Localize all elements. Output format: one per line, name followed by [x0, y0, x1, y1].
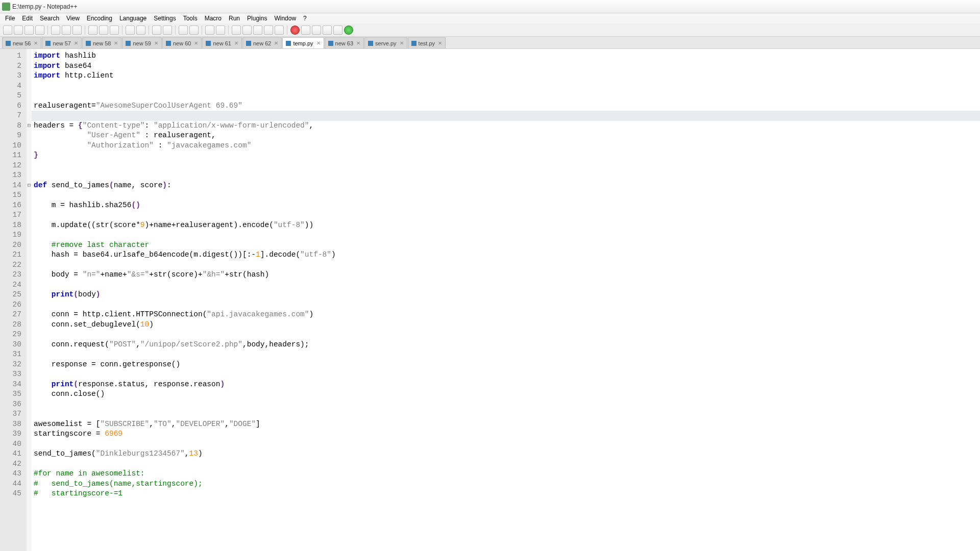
- print-button[interactable]: [72, 26, 82, 35]
- title-bar[interactable]: E:\temp.py - Notepad++: [0, 0, 980, 13]
- menu-macro[interactable]: Macro: [202, 14, 225, 23]
- tab[interactable]: new 57✕: [42, 37, 81, 48]
- file-icon: [368, 41, 373, 46]
- wrap-button[interactable]: [232, 26, 241, 35]
- tab-close-icon[interactable]: ✕: [400, 40, 404, 46]
- menu-view[interactable]: View: [63, 14, 83, 23]
- redo-button[interactable]: [136, 26, 145, 35]
- menu-tools[interactable]: Tools: [180, 14, 201, 23]
- indent-button[interactable]: [253, 26, 262, 35]
- tab-close-icon[interactable]: ✕: [154, 40, 158, 46]
- open-file-button[interactable]: [14, 26, 23, 35]
- file-icon: [126, 41, 131, 46]
- close-button[interactable]: [51, 26, 60, 35]
- fold-margin[interactable]: ⊟⊟: [27, 49, 32, 551]
- replace-button[interactable]: [163, 26, 172, 35]
- tab[interactable]: new 63✕: [325, 37, 364, 48]
- file-icon: [286, 41, 291, 46]
- close-all-button[interactable]: [62, 26, 71, 35]
- lang-button[interactable]: [264, 26, 273, 35]
- tab-label: new 57: [53, 40, 70, 46]
- tab[interactable]: new 58✕: [82, 37, 121, 48]
- line-number-gutter: 1234567891011121314151617181920212223242…: [0, 49, 27, 551]
- menu-plugins[interactable]: Plugins: [244, 14, 270, 23]
- editor[interactable]: 1234567891011121314151617181920212223242…: [0, 49, 980, 551]
- sync-h-button[interactable]: [216, 26, 225, 35]
- stop-macro-button[interactable]: [301, 26, 310, 35]
- tab[interactable]: test.py✕: [408, 37, 446, 48]
- tab-active[interactable]: temp.py✕: [282, 37, 324, 48]
- play-macro-button[interactable]: [312, 26, 321, 35]
- menu-edit[interactable]: Edit: [19, 14, 36, 23]
- save-button[interactable]: [24, 26, 34, 35]
- file-icon: [206, 41, 211, 46]
- tab-label: new 63: [335, 40, 353, 46]
- file-icon: [246, 41, 251, 46]
- tab-close-icon[interactable]: ✕: [274, 40, 278, 46]
- tab-label: new 59: [133, 40, 151, 46]
- menu-window[interactable]: Window: [271, 14, 299, 23]
- menu-bar: File Edit Search View Encoding Language …: [0, 13, 980, 23]
- tab-close-icon[interactable]: ✕: [194, 40, 198, 46]
- new-file-button[interactable]: [3, 26, 12, 35]
- separator: [85, 26, 85, 35]
- monitor-button[interactable]: [275, 26, 284, 35]
- menu-search[interactable]: Search: [37, 14, 62, 23]
- tab-close-icon[interactable]: ✕: [234, 40, 238, 46]
- tab-label: new 60: [173, 40, 191, 46]
- tab-close-icon[interactable]: ✕: [356, 40, 360, 46]
- zoom-in-button[interactable]: [179, 26, 188, 35]
- tab-close-icon[interactable]: ✕: [438, 40, 442, 46]
- tab-bar: new 56✕ new 57✕ new 58✕ new 59✕ new 60✕ …: [0, 37, 980, 49]
- file-icon: [328, 41, 333, 46]
- tab-close-icon[interactable]: ✕: [114, 40, 118, 46]
- cut-button[interactable]: [88, 26, 97, 35]
- menu-file[interactable]: File: [2, 14, 18, 23]
- separator: [122, 26, 122, 35]
- record-macro-button[interactable]: [290, 26, 300, 35]
- plugin-button[interactable]: [344, 26, 353, 35]
- tab[interactable]: new 62✕: [242, 37, 282, 48]
- chars-button[interactable]: [242, 26, 252, 35]
- menu-help[interactable]: ?: [300, 14, 310, 23]
- tab[interactable]: serve.py✕: [364, 37, 407, 48]
- tab[interactable]: new 60✕: [162, 37, 202, 48]
- zoom-out-button[interactable]: [189, 26, 199, 35]
- tab-label: new 62: [253, 40, 271, 46]
- menu-settings[interactable]: Settings: [151, 14, 179, 23]
- app-icon: [2, 3, 10, 11]
- tab-label: new 58: [93, 40, 111, 46]
- code-area[interactable]: import hashlibimport base64import http.c…: [32, 49, 980, 551]
- tab-close-icon[interactable]: ✕: [316, 40, 321, 46]
- file-icon: [411, 41, 416, 46]
- tab[interactable]: new 56✕: [2, 37, 41, 48]
- separator: [149, 26, 149, 35]
- save-macro-button[interactable]: [333, 26, 342, 35]
- current-line-highlight: [32, 111, 980, 121]
- file-icon: [166, 41, 171, 46]
- toolbar: [0, 23, 980, 37]
- menu-run[interactable]: Run: [226, 14, 243, 23]
- tab-label: temp.py: [293, 40, 313, 46]
- separator: [175, 26, 176, 35]
- file-icon: [45, 41, 51, 46]
- sync-v-button[interactable]: [205, 26, 214, 35]
- window-title: E:\temp.py - Notepad++: [12, 3, 77, 10]
- tab-close-icon[interactable]: ✕: [74, 40, 78, 46]
- fast-macro-button[interactable]: [323, 26, 332, 35]
- menu-encoding[interactable]: Encoding: [84, 14, 115, 23]
- tab-close-icon[interactable]: ✕: [34, 40, 38, 46]
- find-button[interactable]: [152, 26, 161, 35]
- save-all-button[interactable]: [35, 26, 44, 35]
- undo-button[interactable]: [126, 26, 135, 35]
- paste-button[interactable]: [110, 26, 119, 35]
- menu-language[interactable]: Language: [116, 14, 150, 23]
- tab-label: new 56: [13, 40, 31, 46]
- tab[interactable]: new 59✕: [122, 37, 161, 48]
- separator: [202, 26, 202, 35]
- file-icon: [86, 41, 91, 46]
- tab[interactable]: new 61✕: [202, 37, 241, 48]
- copy-button[interactable]: [99, 26, 108, 35]
- separator: [287, 26, 287, 35]
- tab-label: serve.py: [375, 40, 397, 46]
